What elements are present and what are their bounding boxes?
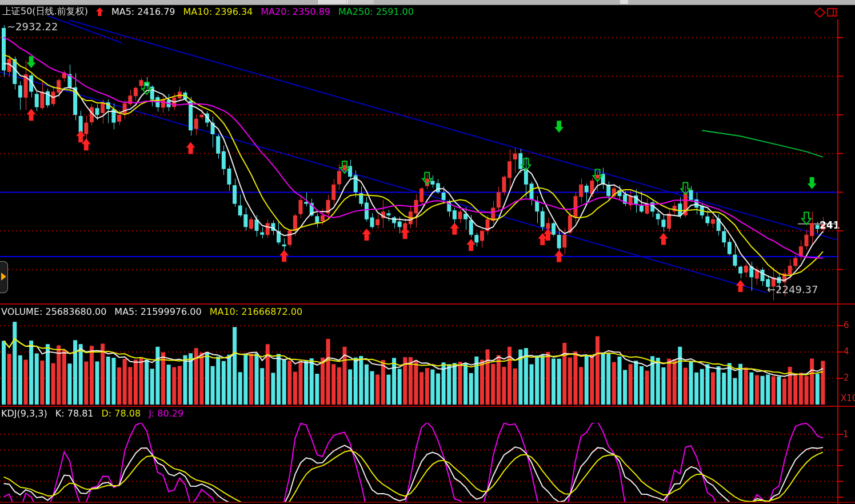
volume-axis-label: 6 [844,320,849,330]
panel-divider [0,303,855,305]
kdj-d: D: 78.08 [102,408,141,419]
kdj-k: K: 78.81 [55,408,94,419]
diamond-icon[interactable] [814,7,825,20]
kdj-name: KDJ(9,3,3) [1,408,47,419]
right-axis-line [837,19,838,504]
main-chart-header: 上证50(日线.前复权) MA5: 2416.79 MA10: 2396.34 … [2,6,414,18]
panel-expand-handle[interactable] [0,261,8,293]
volume-axis-label: 4 [844,346,849,357]
kdj-j: J: 80.29 [149,408,183,419]
kdj-header: KDJ(9,3,3) K: 78.81 D: 78.08 J: 80.29 [1,408,183,419]
ma5-value: MA5: 2416.79 [111,6,175,17]
low-price-label: ←2249.37 [767,283,818,295]
split-window-icon[interactable] [827,8,837,19]
volume-header: VOLUME: 25683680.00 MA5: 21599976.00 MA1… [1,306,302,317]
volume-ma10: MA10: 21666872.00 [210,306,302,317]
volume-multiplier-label: X10 [841,393,855,403]
kdj-axis-label: 1 [843,429,849,439]
bottom-border [0,502,855,503]
up-arrow-icon [96,7,103,17]
expand-arrow-icon [1,273,6,281]
ma250-value: MA250: 2591.00 [338,6,414,17]
volume-value: VOLUME: 25683680.00 [1,306,106,317]
ma20-value: MA20: 2350.89 [261,6,330,17]
symbol-title: 上证50(日线.前复权) [2,6,88,18]
high-price-label: ~2932.22 [7,21,58,33]
ma10-value: MA10: 2396.34 [183,6,253,17]
trading-app-window: 上证50(日线.前复权) MA5: 2416.79 MA10: 2396.34 … [0,0,855,504]
volume-axis-label: 2 [844,373,849,383]
charts-canvas[interactable] [0,0,855,504]
panel-divider [0,406,855,407]
volume-ma5: MA5: 21599976.00 [114,306,201,317]
